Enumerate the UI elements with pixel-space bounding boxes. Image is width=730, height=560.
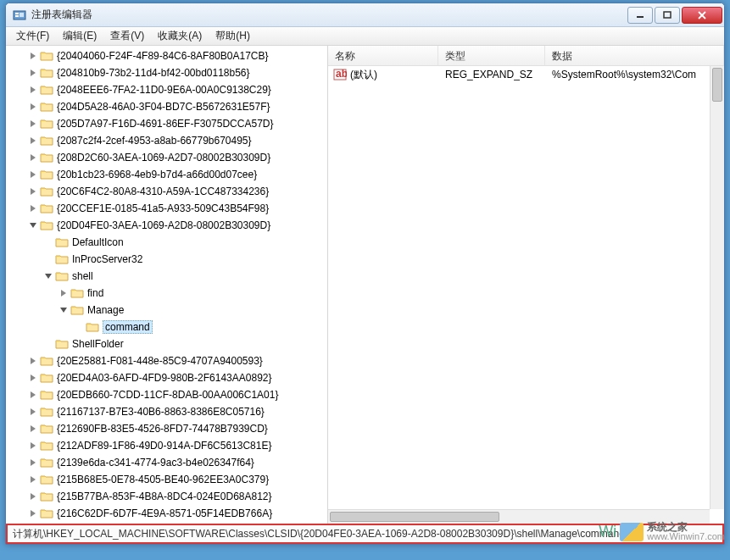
content-area: {20404060-F24F-4F89-84C6-8AF80B0A17CB}{2… [6, 46, 724, 524]
tree-toggle-icon[interactable] [28, 407, 38, 417]
list-scrollbar-h[interactable] [328, 509, 710, 524]
value-row[interactable]: ab (默认) REG_EXPAND_SZ %SystemRoot%\syste… [328, 66, 724, 83]
tree-node[interactable]: shell [6, 268, 327, 285]
tree-node-label: {2139e6da-c341-4774-9ac3-b4e026347f64} [57, 457, 254, 469]
tree-toggle-icon[interactable] [43, 254, 53, 264]
tree-node-label: {21167137-B7E3-40B6-8863-8386E8C05716} [57, 406, 265, 418]
tree-node[interactable]: InProcServer32 [6, 251, 327, 268]
tree-node-label: {204810b9-73b2-11d4-bf42-00bd0118b56} [57, 67, 250, 79]
tree-toggle-icon[interactable] [28, 457, 38, 468]
tree-toggle-icon[interactable] [59, 288, 69, 298]
tree-toggle-icon[interactable] [28, 152, 38, 163]
svg-rect-5 [664, 12, 671, 18]
folder-icon [40, 440, 53, 452]
tree-pane: {20404060-F24F-4F89-84C6-8AF80B0A17CB}{2… [6, 46, 328, 524]
menu-file[interactable]: 文件(F) [9, 27, 56, 45]
tree-toggle-icon[interactable] [59, 305, 69, 315]
maximize-button[interactable] [655, 7, 680, 24]
tree-toggle-icon[interactable] [28, 102, 38, 112]
tree-node[interactable]: {215B68E5-0E78-4505-BE40-962EE3A0C379} [6, 471, 327, 488]
tree-toggle-icon[interactable] [28, 220, 38, 230]
tree-toggle-icon[interactable] [43, 339, 53, 349]
folder-icon [40, 491, 53, 502]
tree-node[interactable]: {20CCEF1E-0185-41a5-A933-509C43B54F98} [6, 200, 327, 217]
tree-node[interactable]: {20EDB660-7CDD-11CF-8DAB-00AA006C1A01} [6, 386, 327, 403]
list-body[interactable]: ab (默认) REG_EXPAND_SZ %SystemRoot%\syste… [328, 66, 724, 524]
svg-text:ab: ab [336, 68, 347, 80]
tree-scroll[interactable]: {20404060-F24F-4F89-84C6-8AF80B0A17CB}{2… [6, 46, 327, 524]
tree-node-label: {20b1cb23-6968-4eb9-b7d4-a66d00d07cee} [57, 169, 257, 180]
menu-view[interactable]: 查看(V) [103, 27, 151, 45]
menu-favorites[interactable]: 收藏夹(A) [151, 27, 209, 45]
folder-icon [40, 67, 53, 79]
tree-toggle-icon[interactable] [74, 322, 84, 332]
tree-toggle-icon[interactable] [43, 271, 53, 281]
tree-toggle-icon[interactable] [28, 441, 38, 451]
tree-node[interactable]: {212ADF89-1F86-49D0-914A-DF6C5613C81E} [6, 437, 327, 454]
folder-icon [55, 338, 69, 350]
folder-icon [40, 118, 53, 130]
tree-node[interactable]: {20E25881-F081-448e-85C9-4707A9400593} [6, 352, 327, 369]
titlebar[interactable]: 注册表编辑器 [6, 3, 724, 27]
tree-node[interactable]: Manage [6, 302, 327, 319]
tree-node[interactable]: {20b1cb23-6968-4eb9-b7d4-a66d00d07cee} [6, 166, 327, 183]
tree-node[interactable]: {20D04FE0-3AEA-1069-A2D8-08002B30309D} [6, 217, 327, 234]
tree-node[interactable]: {20ED4A03-6AFD-4FD9-980B-2F6143AA0892} [6, 369, 327, 386]
tree-toggle-icon[interactable] [28, 474, 38, 485]
tree-toggle-icon[interactable] [28, 373, 38, 383]
tree-toggle-icon[interactable] [28, 136, 38, 146]
tree-toggle-icon[interactable] [28, 186, 38, 197]
tree-node-label: Manage [87, 304, 124, 316]
tree-toggle-icon[interactable] [28, 491, 38, 502]
minimize-button[interactable] [627, 7, 653, 24]
tree-toggle-icon[interactable] [28, 508, 38, 518]
column-type[interactable]: 类型 [438, 46, 545, 65]
tree-toggle-icon[interactable] [28, 119, 38, 129]
tree-toggle-icon[interactable] [28, 68, 38, 78]
tree-node-label: DefaultIcon [72, 236, 124, 248]
tree-node-label: {215B68E5-0E78-4505-BE40-962EE3A0C379} [57, 474, 269, 485]
tree-toggle-icon[interactable] [28, 203, 38, 213]
tree-toggle-icon[interactable] [43, 237, 53, 247]
column-data[interactable]: 数据 [545, 46, 724, 65]
tree-node[interactable]: {2087c2f4-2cef-4953-a8ab-66779b670495} [6, 132, 327, 149]
tree-node[interactable]: {2139e6da-c341-4774-9ac3-b4e026347f64} [6, 454, 327, 471]
list-scrollbar-v[interactable] [710, 66, 724, 509]
tree-node[interactable]: {205D7A97-F16D-4691-86EF-F3075DCCA57D} [6, 115, 327, 132]
tree-node[interactable]: {204D5A28-46A0-3F04-BD7C-B5672631E57F} [6, 98, 327, 115]
tree-node-label: {20404060-F24F-4F89-84C6-8AF80B0A17CB} [57, 50, 269, 62]
menu-edit[interactable]: 编辑(E) [56, 27, 103, 45]
folder-icon [55, 253, 69, 265]
svg-rect-3 [20, 13, 24, 17]
tree-toggle-icon[interactable] [28, 424, 38, 434]
tree-node[interactable]: {21167137-B7E3-40B6-8863-8386E8C05716} [6, 403, 327, 420]
list-header: 名称 类型 数据 [328, 46, 724, 66]
tree-node[interactable]: ShellFolder [6, 335, 327, 352]
tree-node-label: {215B77BA-853F-4B8A-8DC4-024E0D68A812} [57, 491, 272, 502]
tree-node[interactable]: {212690FB-83E5-4526-8FD7-74478B7939CD} [6, 420, 327, 437]
tree-node[interactable]: {215B77BA-853F-4B8A-8DC4-024E0D68A812} [6, 488, 327, 505]
tree-toggle-icon[interactable] [28, 51, 38, 61]
tree-toggle-icon[interactable] [28, 356, 38, 366]
tree-node[interactable]: {20404060-F24F-4F89-84C6-8AF80B0A17CB} [6, 47, 327, 64]
tree-node[interactable]: {204810b9-73b2-11d4-bf42-00bd0118b56} [6, 64, 327, 81]
tree-node-label: InProcServer32 [72, 253, 142, 265]
tree-node-label: {216C62DF-6D7F-4E9A-8571-05F14EDB766A} [57, 507, 272, 519]
tree-node-label: {20D04FE0-3AEA-1069-A2D8-08002B30309D} [57, 219, 270, 231]
column-name[interactable]: 名称 [328, 46, 438, 65]
tree-node[interactable]: {216C62DF-6D7F-4E9A-8571-05F14EDB766A} [6, 505, 327, 522]
menu-help[interactable]: 帮助(H) [209, 27, 257, 45]
tree-toggle-icon[interactable] [28, 85, 38, 95]
tree-node[interactable]: command [6, 319, 327, 335]
tree-node[interactable]: {2048EEE6-7FA2-11D0-9E6A-00A0C9138C29} [6, 81, 327, 98]
tree-node[interactable]: find [6, 285, 327, 302]
close-button[interactable] [682, 7, 722, 24]
value-name: (默认) [350, 68, 377, 82]
folder-icon [40, 101, 53, 113]
tree-node[interactable]: DefaultIcon [6, 234, 327, 251]
tree-toggle-icon[interactable] [28, 390, 38, 400]
tree-toggle-icon[interactable] [28, 169, 38, 180]
tree-node-label: {2087c2f4-2cef-4953-a8ab-66779b670495} [57, 135, 252, 147]
tree-node[interactable]: {208D2C60-3AEA-1069-A2D7-08002B30309D} [6, 149, 327, 166]
tree-node[interactable]: {20C6F4C2-80A8-4310-A59A-1CC487334236} [6, 183, 327, 200]
